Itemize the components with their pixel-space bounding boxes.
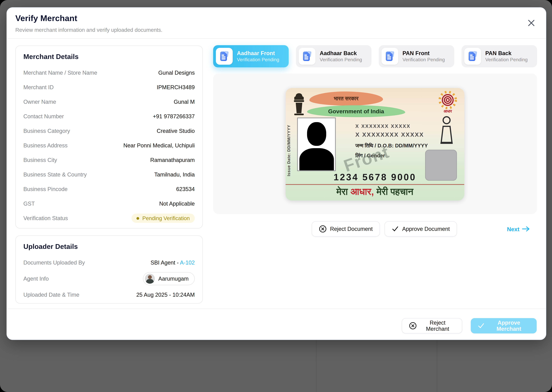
row-label: Contact Number — [23, 113, 64, 119]
status-text: Pending Verification — [142, 215, 190, 221]
overlay-divider — [316, 337, 317, 392]
document-tabs: Aadhaar Front Verification Pending — [213, 45, 537, 67]
photo-placeholder — [297, 118, 336, 171]
detail-row: Merchant Name / Store Name Gunal Designs — [23, 65, 195, 80]
row-label: Business Pincode — [23, 186, 68, 192]
detail-row: Contact Number +91 9787266337 — [23, 109, 195, 124]
uploader-details-card: Uploader Details Documents Uploaded By S… — [15, 235, 203, 304]
detail-row: Business Address Near Ponni Medical, Uch… — [23, 138, 195, 153]
uploader-details-heading: Uploader Details — [16, 236, 202, 251]
agent-id-link[interactable]: A-102 — [180, 259, 195, 266]
button-label: Reject Document — [330, 226, 373, 232]
document-icon — [464, 48, 481, 65]
row-value: Tamilnadu, India — [154, 171, 195, 178]
tab-pan-front[interactable]: PAN Front Verification Pending — [379, 45, 454, 67]
screen: Verify Merchant Review merchant informat… — [0, 0, 552, 392]
tab-status: Verification Pending — [485, 57, 528, 63]
row-label: Business Address — [23, 142, 68, 148]
detail-row: Merchant ID IPMERCH3489 — [23, 80, 195, 95]
close-button[interactable] — [527, 18, 536, 28]
row-label: Business Category — [23, 128, 70, 134]
row-label: Verification Status — [23, 215, 68, 221]
overlay-divider — [437, 337, 437, 392]
next-document-button[interactable]: Next — [505, 225, 532, 233]
row-value: 623534 — [176, 186, 195, 192]
row-label: Owner Name — [23, 99, 56, 105]
status-dot-icon — [137, 217, 139, 220]
tab-aadhaar-back[interactable]: Aadhaar Back Verification Pending — [296, 45, 371, 67]
agent-chip[interactable]: Aarumugam — [143, 272, 195, 285]
tab-title: PAN Front — [402, 50, 445, 56]
dob-text: जन्म तिथि / D.O.B: DD/MM/YYYY — [355, 143, 428, 149]
button-label: Reject Merchant — [420, 320, 455, 332]
row-value: Gunal M — [174, 99, 195, 105]
aadhaar-logo-text: आधार — [443, 109, 452, 114]
uploaded-date-row: Uploaded Date & Time 25 Aug 2025 - 10:24… — [23, 287, 195, 302]
tab-status: Verification Pending — [402, 57, 445, 63]
modal-footer: Reject Merchant Approve Merchant — [7, 308, 546, 340]
masked-id-line1: X XXXXXXX XXXXX — [355, 123, 411, 129]
tab-pan-back[interactable]: PAN Back Verification Pending — [462, 45, 537, 67]
row-value: Near Ponni Medical, Uchipuli — [123, 142, 195, 148]
checkmark-icon — [478, 322, 485, 329]
dimmed-overlay: Verify Merchant Review merchant informat… — [0, 0, 552, 392]
detail-row: GST Not Applicable — [23, 196, 195, 211]
tab-status: Verification Pending — [237, 57, 279, 63]
document-icon — [216, 48, 233, 65]
row-value: 25 Aug 2025 - 10:24AM — [136, 292, 195, 298]
ashoka-emblem-icon — [292, 92, 306, 117]
merchant-details-heading: Merchant Details — [16, 46, 202, 61]
document-actions: Reject Document Approve Document Next — [312, 221, 537, 237]
row-label: Uploaded Date & Time — [23, 292, 79, 298]
hindi-header-text: भारत सरकार — [334, 95, 359, 102]
divider-line — [286, 184, 464, 185]
reject-merchant-button[interactable]: Reject Merchant — [402, 318, 462, 333]
aadhaar-tagline: मेरा आधार, मेरी पहचान — [286, 186, 464, 197]
tab-title: Aadhaar Back — [320, 50, 362, 56]
row-label: Agent Info — [23, 276, 49, 282]
aadhaar-front-image: भारत सरकार Government of India आधार — [286, 88, 464, 201]
verification-status-row: Verification Status Pending Verification — [23, 211, 195, 225]
tab-title: Aadhaar Front — [237, 50, 279, 56]
tab-status: Verification Pending — [320, 57, 362, 63]
detail-row: Business State & Country Tamilnadu, Indi… — [23, 167, 195, 182]
reject-document-button[interactable]: Reject Document — [312, 221, 380, 237]
approve-merchant-button[interactable]: Approve Merchant — [471, 318, 537, 333]
verify-merchant-modal: Verify Merchant Review merchant informat… — [7, 7, 546, 340]
merchant-details-card: Merchant Details Merchant Name / Store N… — [15, 46, 203, 229]
tagline-part-red: आधार, — [350, 186, 374, 197]
issue-date-text: Issue Date: DD/MM/YYYY — [286, 125, 291, 176]
next-label: Next — [507, 226, 519, 232]
english-header-text: Government of India — [328, 108, 384, 114]
row-label: Business State & Country — [23, 171, 87, 178]
row-value: IPMERCH3489 — [157, 84, 195, 90]
circled-x-icon — [409, 322, 417, 329]
row-label: Documents Uploaded By — [23, 259, 85, 266]
button-label: Approve Document — [402, 226, 450, 232]
approve-document-button[interactable]: Approve Document — [385, 221, 457, 237]
row-value: Not Applicable — [159, 201, 195, 207]
row-label: Merchant Name / Store Name — [23, 70, 97, 76]
agent-info-row: Agent Info Aarumugam — [23, 270, 195, 287]
tagline-part: मेरा — [336, 186, 350, 197]
aadhaar-logo-icon: आधार — [436, 90, 460, 117]
detail-row: Business City Ramanathapuram — [23, 153, 195, 167]
tab-aadhaar-front[interactable]: Aadhaar Front Verification Pending — [213, 45, 289, 67]
english-header-banner: Government of India — [307, 105, 405, 117]
page-title: Verify Merchant — [15, 14, 77, 23]
row-label: GST — [23, 201, 35, 207]
modal-header: Verify Merchant Review merchant informat… — [7, 8, 546, 39]
document-preview-panel: भारत सरकार Government of India आधार — [213, 73, 537, 214]
detail-row: Business Pincode 623534 — [23, 182, 195, 196]
row-value: Ramanathapuram — [150, 157, 195, 163]
row-label: Business City — [23, 157, 57, 163]
button-label: Approve Merchant — [488, 320, 530, 332]
row-value: Creative Studio — [157, 128, 195, 134]
person-outline-icon — [439, 116, 455, 145]
uploader-text: SBI Agent - — [151, 259, 180, 266]
tab-title: PAN Back — [485, 50, 528, 56]
hindi-header-banner: भारत सरकार — [309, 91, 383, 106]
avatar — [145, 274, 155, 284]
row-label: Merchant ID — [23, 84, 54, 90]
row-value: SBI Agent - A-102 — [151, 259, 195, 266]
